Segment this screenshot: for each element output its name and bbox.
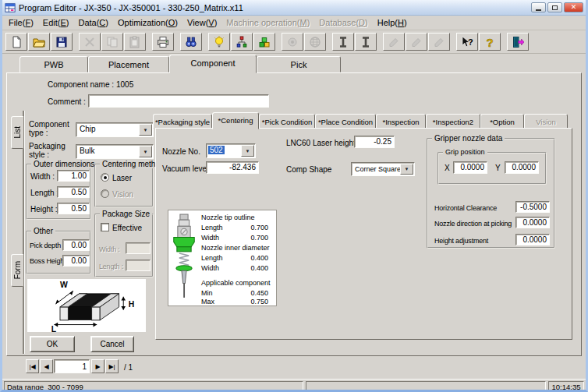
subtab-inspection-label: *Inspection [382,118,419,126]
menu-optimization[interactable]: Optimization(O) [113,17,182,29]
paste-button [124,33,146,51]
tab-pick[interactable]: Pick [257,56,341,72]
height-adjustment-field[interactable]: 0.0000 [515,234,550,245]
paste-icon [129,36,141,48]
machine-setup-button [282,33,303,51]
comment-input[interactable] [88,94,269,108]
close-icon: ✕ [571,4,577,11]
nozzle-no-select[interactable]: 502 ▼ [206,143,256,158]
context-help-button[interactable] [456,33,478,51]
app-icon [5,2,16,13]
exit-button[interactable] [507,33,529,51]
network-icon [309,36,321,48]
subtab-place-condition-label: *Place Condition [318,118,373,126]
menu-bar: File(F) Edit(E) Data(C) Optimization(O) … [2,16,586,30]
previous-page-button[interactable]: ◀ [40,359,53,373]
laser-radio[interactable] [101,173,109,182]
grip-y-field[interactable]: 0.0000 [505,161,539,174]
open-file-button[interactable] [28,33,50,51]
chevron-down-icon[interactable]: ▼ [241,145,254,157]
height-adjustment-label: Height adjustment [434,237,488,245]
status-data-range: Data range 300 - 7099 [4,381,303,392]
hint-button[interactable] [208,33,230,51]
subtab-inspection2[interactable]: *Inspection2 [426,114,480,129]
minimize-icon [536,9,541,11]
laser-radio-label: Laser [112,174,132,182]
subtab-inspection[interactable]: *Inspection [376,114,426,129]
menu-edit[interactable]: Edit(E) [38,17,74,29]
download-icon [410,36,423,48]
component-name-label: Component name : [48,80,114,89]
pick-depth-field[interactable]: 0.00 [62,239,90,251]
tab-placement[interactable]: Placement [88,56,169,72]
subtab-centering[interactable]: *Centering [212,112,259,129]
boss-height-field[interactable]: 0.00 [62,255,90,267]
verify-button [428,33,450,51]
save-button[interactable] [51,33,73,51]
laser-height-field[interactable]: -0.25 [354,136,395,148]
grip-x-field[interactable]: 0.0000 [453,161,487,174]
optimization-button[interactable] [231,33,253,51]
maximize-button[interactable] [547,2,562,12]
chevron-down-icon[interactable]: ▼ [139,124,152,136]
chevron-down-icon[interactable]: ▼ [139,146,152,157]
subtab-vision-label: Vision [536,118,556,126]
effective-checkbox[interactable] [101,223,109,231]
page-number-field[interactable]: 1 [54,359,90,373]
find-button[interactable] [180,33,202,51]
subtab-place-condition[interactable]: *Place Condition [315,114,376,129]
menu-help[interactable]: Help(H) [373,17,412,29]
exit-icon [512,36,524,48]
subtab-pick-condition[interactable]: *Pick Condition [259,114,315,129]
outer-dimensions-title: Outer dimensions [31,160,97,168]
length-field[interactable]: 0.50 [57,186,90,198]
jump-last-button[interactable] [355,33,377,51]
nozzle-no-label: Nozzle No. [162,147,200,156]
subtab-option[interactable]: *Option [480,114,524,129]
chevron-down-icon[interactable]: ▼ [400,164,413,175]
status-bar: Data range 300 - 7099 10:14:35 [2,379,586,392]
side-tab-list[interactable]: List [11,116,23,149]
subtab-packaging-style[interactable]: *Packaging style [153,114,212,129]
ok-button[interactable]: OK [30,336,75,352]
packaging-style-label: Packaging style : [29,142,76,159]
grip-position-group: Grip position X 0.0000 Y 0.0000 [437,152,547,185]
help-button[interactable] [479,33,501,51]
print-button[interactable] [152,33,174,51]
width-label: Width : [30,172,55,181]
menu-data[interactable]: Data(C) [73,17,113,29]
component-type-select[interactable]: Chip ▼ [76,122,154,137]
next-page-button[interactable]: ▶ [91,359,104,373]
tip-length-label: Length [201,224,223,231]
menu-file[interactable]: File(F) [4,17,38,29]
last-page-icon: ▶| [108,363,115,370]
nozzle-direction-field[interactable]: 0.0000 [515,217,550,228]
comp-shape-select[interactable]: Corner Square ▼ [351,162,415,176]
menu-machine-operation: Machine operation(M) [221,17,314,29]
nozzle-direction-label: Nozzle direction at picking [434,220,512,228]
machine-setup-icon [286,36,299,48]
window-controls: ✕ [531,2,583,12]
packaging-style-select[interactable]: Bulk ▼ [76,144,154,159]
close-button[interactable]: ✕ [564,2,583,12]
first-page-button[interactable]: |◀ [26,359,39,373]
subtab-inspection2-label: *Inspection2 [433,118,473,126]
package-length-field [126,260,151,271]
comp-shape-label: Comp Shape [286,165,331,174]
side-tab-form[interactable]: Form [11,254,23,287]
minimize-button[interactable] [531,2,546,12]
jump-first-button[interactable] [332,33,354,51]
height-field[interactable]: 0.50 [57,203,90,214]
tab-pwb[interactable]: PWB [19,56,88,72]
vacuum-level-field[interactable]: -82.436 [206,161,259,174]
menu-view[interactable]: View(V) [182,17,221,29]
width-field[interactable]: 1.00 [57,170,90,182]
cancel-button[interactable]: Cancel [90,336,134,352]
status-clock: 10:14:35 [548,381,584,392]
parts-library-button[interactable] [253,33,275,51]
new-file-button[interactable] [5,33,27,51]
tab-component[interactable]: Component [169,55,257,73]
last-page-button[interactable]: ▶| [105,359,119,373]
inner-length-value: 0.400 [240,254,268,262]
horizontal-clearance-field[interactable]: -0.5000 [515,201,550,213]
